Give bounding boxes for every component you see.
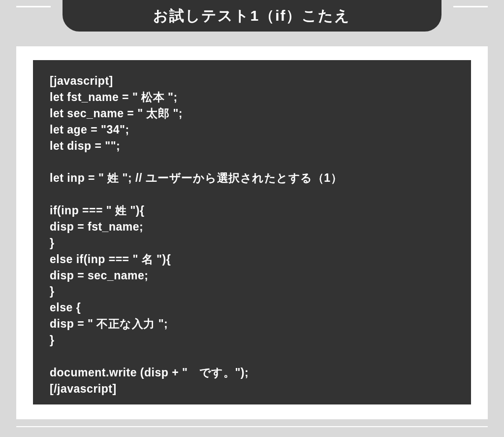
title-tab: お試しテスト1（if）こたえ (63, 0, 441, 32)
code-block: [javascript] let fst_name = " 松本 "; let … (33, 60, 471, 404)
top-rule-left (16, 6, 51, 7)
bottom-rule (16, 426, 488, 428)
page-title: お試しテスト1（if）こたえ (153, 6, 350, 26)
top-rule-right (453, 6, 488, 7)
code-outer-panel: [javascript] let fst_name = " 松本 "; let … (16, 46, 488, 419)
